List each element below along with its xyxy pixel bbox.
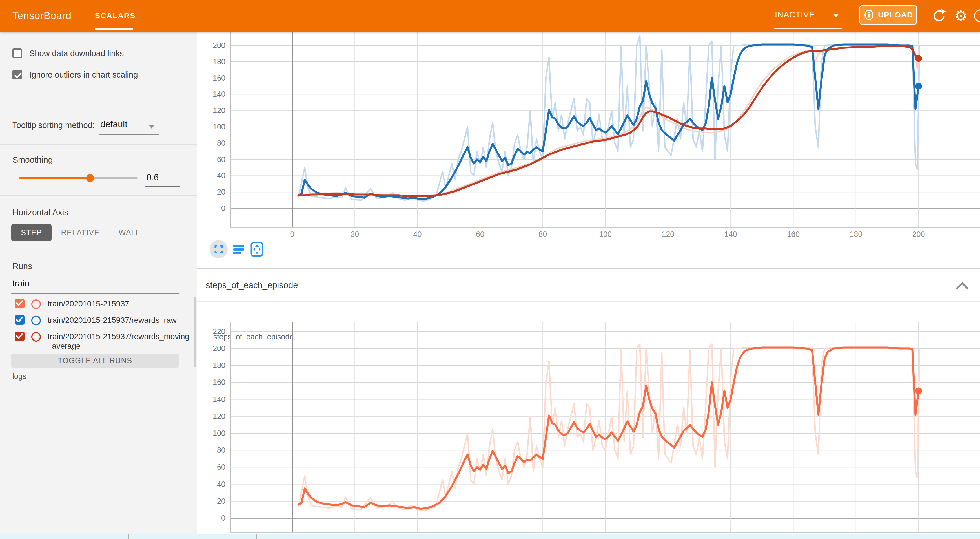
refresh-button[interactable] (930, 0, 948, 32)
checkbox-checked-icon[interactable] (13, 70, 22, 80)
tensorboard-app: TensorBoard SCALARS INACTIVE UPLOAD ⚙ (0, 0, 980, 539)
divider (0, 195, 197, 196)
svg-text:100: 100 (599, 230, 612, 239)
svg-text:0: 0 (221, 514, 226, 522)
run-checkbox-icon[interactable] (15, 315, 24, 325)
tooltip-sorting-select[interactable]: default (100, 119, 127, 129)
svg-text:120: 120 (662, 230, 674, 239)
status-dropdown-value: INACTIVE (775, 0, 815, 29)
svg-text:60: 60 (476, 230, 484, 239)
fit-domain-button[interactable] (251, 242, 262, 256)
svg-text:40: 40 (217, 171, 226, 180)
svg-text:0: 0 (290, 230, 294, 239)
status-dropdown[interactable]: INACTIVE (774, 0, 842, 32)
run-selector-button[interactable] (233, 245, 244, 254)
runs-label: Runs (13, 262, 32, 271)
svg-text:220: 220 (213, 327, 226, 336)
svg-text:120: 120 (213, 412, 226, 421)
svg-text:20: 20 (217, 497, 226, 506)
expand-chart-button[interactable] (210, 240, 228, 258)
svg-text:140: 140 (213, 90, 226, 98)
run-row[interactable]: train/20201015-215937 (15, 299, 190, 309)
input-underline (11, 293, 179, 294)
svg-text:40: 40 (217, 480, 226, 488)
svg-text:60: 60 (217, 155, 226, 164)
svg-text:100: 100 (213, 429, 226, 437)
horizontal-axis-toggle: STEP RELATIVE WALL (11, 224, 150, 241)
run-row[interactable]: train/20201015-215937/rewards_raw (15, 315, 190, 325)
svg-text:160: 160 (213, 74, 226, 82)
tooltip-sorting-label: Tooltip sorting method: (13, 121, 95, 130)
app-header: TensorBoard SCALARS INACTIVE UPLOAD ⚙ (0, 0, 980, 32)
input-underline (145, 186, 180, 187)
show-download-links-row[interactable]: Show data download links (13, 46, 124, 60)
svg-text:160: 160 (213, 378, 226, 386)
upload-button-label: UPLOAD (878, 10, 913, 19)
status-dropdown-underline (774, 29, 842, 29)
run-color-circle-icon[interactable] (31, 332, 41, 342)
sidebar-scrollbar[interactable] (194, 297, 196, 367)
run-label: train/20201015-215937 (48, 299, 190, 309)
divider (0, 144, 197, 145)
checkbox-unchecked-icon[interactable] (13, 48, 22, 58)
svg-text:40: 40 (414, 230, 422, 239)
refresh-icon (932, 8, 947, 23)
axis-option-step[interactable]: STEP (11, 224, 52, 241)
run-checkbox-icon[interactable] (15, 299, 24, 308)
svg-text:80: 80 (217, 139, 226, 147)
logs-label: logs (13, 372, 27, 381)
tab-scalars[interactable]: SCALARS (95, 0, 133, 30)
rewards-chart[interactable]: 0204060801001201401601802000204060801001… (197, 32, 980, 270)
smoothing-value-input[interactable]: 0.6 (146, 172, 159, 183)
svg-text:200: 200 (213, 344, 226, 352)
gear-icon: ⚙ (955, 7, 967, 24)
ignore-outliers-row[interactable]: Ignore outliers in chart scaling (13, 68, 138, 82)
svg-text:180: 180 (213, 361, 226, 370)
run-color-circle-icon[interactable] (31, 300, 41, 309)
help-icon (972, 8, 980, 24)
section-header-steps-of-each-episode[interactable]: steps_of_each_episode (197, 268, 980, 301)
strip-tick (128, 534, 129, 539)
checkbox-label: Ignore outliers in chart scaling (29, 70, 138, 80)
info-icon (863, 9, 875, 21)
run-label: train/20201015-215937/rewards_moving_ave… (48, 332, 190, 351)
svg-text:20: 20 (350, 230, 359, 239)
tab-active-underline (95, 28, 133, 30)
horizontal-axis-label: Horizontal Axis (13, 207, 68, 217)
svg-text:160: 160 (787, 230, 800, 239)
svg-text:140: 140 (724, 230, 737, 239)
settings-sidebar: Show data download links Ignore outliers… (0, 32, 197, 539)
divider (0, 252, 197, 252)
slider-thumb[interactable] (86, 174, 94, 182)
chevron-down-icon (833, 14, 839, 17)
chart-toolbar (208, 239, 282, 259)
run-row[interactable]: train/20201015-215937/rewards_moving_ave… (15, 332, 190, 351)
smoothing-label: Smoothing (13, 155, 53, 165)
checkbox-label: Show data download links (29, 49, 124, 58)
toggle-all-runs-button[interactable]: TOGGLE ALL RUNS (11, 354, 179, 368)
dashboard-main: 0204060801001201401601802000204060801001… (197, 32, 980, 539)
collapse-chevron-icon[interactable] (956, 282, 969, 290)
settings-button[interactable]: ⚙ (952, 0, 969, 32)
strip-tick (256, 534, 257, 539)
svg-text:200: 200 (912, 230, 925, 239)
run-filter-input[interactable]: train (13, 279, 29, 289)
run-checkbox-icon[interactable] (15, 332, 24, 341)
section-title: steps_of_each_episode (206, 269, 298, 301)
tooltip-sorting-row: Tooltip sorting method: default (13, 118, 187, 134)
svg-text:140: 140 (213, 395, 226, 404)
axis-option-wall[interactable]: WALL (109, 224, 150, 241)
upload-button[interactable]: UPLOAD (859, 5, 917, 25)
slider-filled-track (19, 177, 90, 179)
svg-text:120: 120 (213, 106, 226, 115)
svg-text:60: 60 (217, 463, 226, 471)
smoothing-slider[interactable] (19, 177, 137, 179)
help-button[interactable] (972, 0, 980, 32)
svg-text:80: 80 (538, 230, 547, 239)
steps-of-each-episode-chart[interactable]: 020406080100120140160180200220 (197, 321, 980, 539)
run-color-circle-icon[interactable] (31, 316, 41, 325)
axis-option-relative[interactable]: RELATIVE (52, 224, 109, 241)
svg-text:180: 180 (213, 57, 226, 66)
svg-text:80: 80 (217, 446, 226, 454)
svg-text:180: 180 (850, 230, 862, 239)
